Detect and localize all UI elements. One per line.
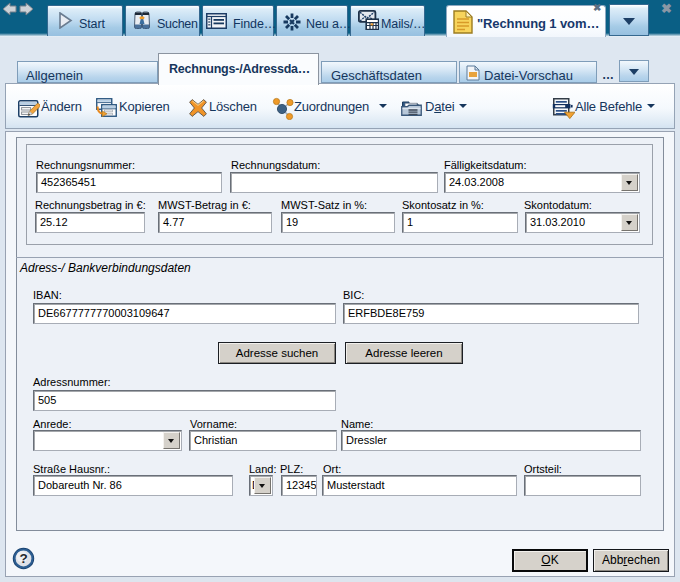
svg-text:?: ? (19, 551, 27, 566)
